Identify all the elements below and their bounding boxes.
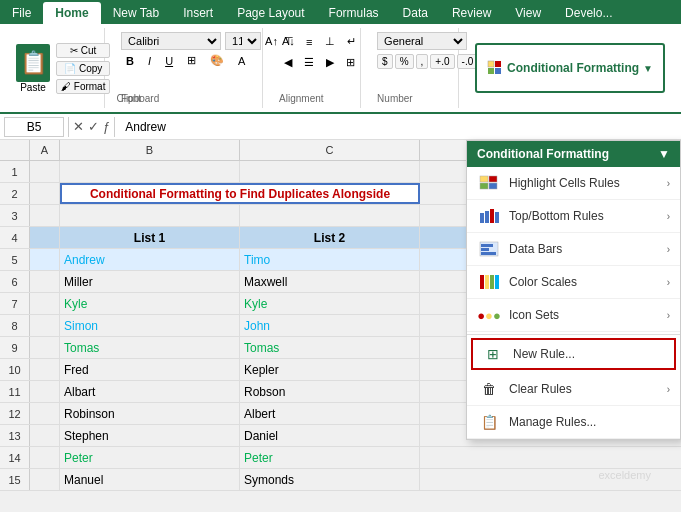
merge-button[interactable]: ⊞ [341,53,360,72]
cell-a9[interactable] [30,337,60,358]
font-color-button[interactable]: A [233,53,250,69]
align-center-button[interactable]: ☰ [299,53,319,72]
cell-b10[interactable]: Fred [60,359,240,380]
insert-function-icon[interactable]: ƒ [103,119,110,134]
font-size-select[interactable]: 11 [225,32,261,50]
formula-value[interactable]: Andrew [119,118,677,136]
cut-button[interactable]: ✂ Cut [56,43,110,58]
title-cell[interactable]: Conditional Formatting to Find Duplicate… [60,183,420,204]
tab-data[interactable]: Data [391,2,440,24]
cell-b15[interactable]: Manuel [60,469,240,490]
align-right-button[interactable]: ▶ [321,53,339,72]
tab-home[interactable]: Home [43,2,100,24]
paste-button[interactable]: 📋 Paste [16,44,50,93]
tab-file[interactable]: File [0,2,43,24]
tab-review[interactable]: Review [440,2,503,24]
dropdown-item-newrule[interactable]: ⊞ New Rule... [471,338,676,370]
cell-a7[interactable] [30,293,60,314]
cell-a1[interactable] [30,161,60,182]
cell-b6[interactable]: Miller [60,271,240,292]
cell-c5[interactable]: Timo [240,249,420,270]
cell-c13[interactable]: Daniel [240,425,420,446]
cell-b8[interactable]: Simon [60,315,240,336]
dropdown-item-iconsets[interactable]: ● ● ● Icon Sets › [467,299,680,332]
bold-button[interactable]: B [121,53,139,69]
currency-button[interactable]: $ [377,54,393,69]
cell-a4[interactable] [30,227,60,248]
cancel-formula-icon[interactable]: ✕ [73,119,84,134]
cell-a15[interactable] [30,469,60,490]
dropdown-item-topbottom[interactable]: Top/Bottom Rules › [467,200,680,233]
cell-a5[interactable] [30,249,60,270]
cell-a2[interactable] [30,183,60,204]
dropdown-close-icon[interactable]: ▼ [658,147,670,161]
col-header-c[interactable]: C [240,140,420,160]
clearrules-icon: 🗑 [477,380,501,398]
cell-b5[interactable]: Andrew [60,249,240,270]
cell-b1[interactable] [60,161,240,182]
tab-formulas[interactable]: Formulas [317,2,391,24]
cell-c4[interactable]: List 2 [240,227,420,248]
cell-c12[interactable]: Albert [240,403,420,424]
cell-a3[interactable] [30,205,60,226]
cell-b9[interactable]: Tomas [60,337,240,358]
percent-button[interactable]: % [395,54,414,69]
cell-a10[interactable] [30,359,60,380]
cell-b11[interactable]: Albart [60,381,240,402]
cell-b7[interactable]: Kyle [60,293,240,314]
cell-a11[interactable] [30,381,60,402]
increase-decimal-button[interactable]: +.0 [430,54,454,69]
cell-c3[interactable] [240,205,420,226]
cell-a13[interactable] [30,425,60,446]
cell-c9[interactable]: Tomas [240,337,420,358]
cell-b12[interactable]: Robinson [60,403,240,424]
dropdown-item-databars[interactable]: Data Bars › [467,233,680,266]
align-left-button[interactable]: ◀ [279,53,297,72]
cell-a14[interactable] [30,447,60,468]
copy-button[interactable]: 📄 Copy [56,61,110,76]
cell-b4[interactable]: List 1 [60,227,240,248]
underline-button[interactable]: U [160,53,178,69]
dropdown-item-clearrules[interactable]: 🗑 Clear Rules › [467,373,680,406]
cell-c11[interactable]: Robson [240,381,420,402]
align-middle-button[interactable]: ≡ [301,32,317,51]
cell-a8[interactable] [30,315,60,336]
comma-button[interactable]: , [416,54,429,69]
align-bottom-button[interactable]: ⊥ [320,32,340,51]
dropdown-item-highlight[interactable]: Highlight Cells Rules › [467,167,680,200]
cell-b13[interactable]: Stephen [60,425,240,446]
tab-view[interactable]: View [503,2,553,24]
cell-c10[interactable]: Kepler [240,359,420,380]
number-format-select[interactable]: General [377,32,467,50]
conditional-formatting-button[interactable]: Conditional Formatting ▼ [475,43,665,93]
cell-b3[interactable] [60,205,240,226]
formula-function-icons: ✕ ✓ ƒ [73,119,110,134]
cell-c7[interactable]: Kyle [240,293,420,314]
font-name-select[interactable]: Calibri [121,32,221,50]
tab-insert[interactable]: Insert [171,2,225,24]
align-top-button[interactable]: ⊤ [279,32,299,51]
cell-reference-input[interactable] [4,117,64,137]
col-header-b[interactable]: B [60,140,240,160]
cell-a12[interactable] [30,403,60,424]
confirm-formula-icon[interactable]: ✓ [88,119,99,134]
tab-develop[interactable]: Develo... [553,2,624,24]
cell-c15[interactable]: Symonds [240,469,420,490]
tab-pagelayout[interactable]: Page Layout [225,2,316,24]
fill-color-button[interactable]: 🎨 [205,52,229,69]
cell-c8[interactable]: John [240,315,420,336]
border-button[interactable]: ⊞ [182,52,201,69]
italic-button[interactable]: I [143,53,156,69]
tab-newtab[interactable]: New Tab [101,2,171,24]
col-header-a[interactable]: A [30,140,60,160]
wrap-text-button[interactable]: ↵ [342,32,361,51]
cell-a6[interactable] [30,271,60,292]
format-painter-button[interactable]: 🖌 Format [56,79,110,94]
cell-c14[interactable]: Peter [240,447,420,468]
dropdown-item-managerules[interactable]: 📋 Manage Rules... [467,406,680,439]
cell-b14[interactable]: Peter [60,447,240,468]
cell-c6[interactable]: Maxwell [240,271,420,292]
svg-rect-5 [489,176,497,182]
cell-c1[interactable] [240,161,420,182]
dropdown-item-colorscales[interactable]: Color Scales › [467,266,680,299]
